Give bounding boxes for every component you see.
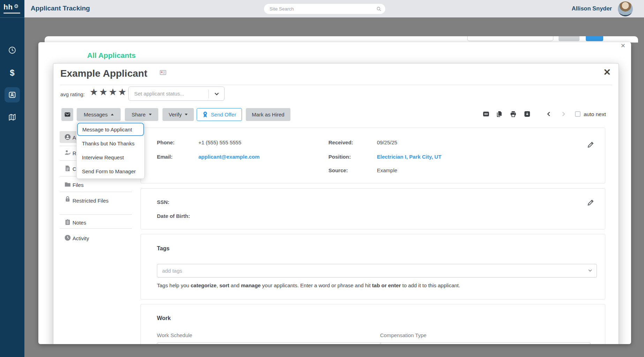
background-gray-button[interactable] — [559, 36, 579, 41]
compensation-type-input[interactable] — [380, 342, 591, 344]
avatar[interactable] — [618, 1, 633, 16]
contact-card-icon — [8, 91, 16, 99]
chevron-down-icon — [214, 92, 219, 96]
work-heading: Work — [157, 315, 171, 321]
tab-restricted-files-label: Restricted Files — [73, 197, 112, 204]
edit-contact-button[interactable] — [587, 140, 595, 148]
auto-next-label: auto next — [584, 111, 606, 117]
search-icon — [376, 6, 381, 12]
private-info-panel: SSN: Date of Birth: — [141, 188, 605, 229]
phone-value: +1 (555) 555 5555 — [198, 139, 241, 145]
messages-button[interactable]: Messages — [77, 108, 121, 121]
menu-item-thanks-but-no-thanks[interactable]: Thanks but No Thanks — [77, 136, 144, 150]
mark-as-hired-button[interactable]: Mark as Hired — [246, 108, 290, 121]
position-link[interactable]: Electrician I, Park City, UT — [377, 154, 441, 160]
envelope-icon — [64, 111, 71, 118]
position-label: Position: — [328, 154, 351, 160]
person-circle-icon — [64, 134, 71, 140]
dollar-icon: $ — [8, 69, 16, 77]
sidebar-item-map[interactable] — [8, 113, 16, 121]
app-sidebar: $ ⚙ — [0, 17, 24, 357]
id-card-icon[interactable] — [160, 70, 166, 75]
tags-input-wrap — [157, 264, 597, 278]
tab-notes-label: Notes — [73, 219, 112, 226]
clipboard-icon — [64, 219, 71, 226]
chevron-down-icon[interactable] — [588, 269, 592, 272]
background-window-top — [45, 36, 638, 43]
clock-icon — [8, 46, 16, 54]
share-button-label: Share — [131, 112, 145, 117]
previous-applicant-icon[interactable] — [546, 111, 552, 117]
next-applicant-icon[interactable] — [561, 111, 566, 117]
logo[interactable]: hh ⚙ — [0, 0, 24, 17]
contact-info-panel: Phone: +1 (555) 555 5555 Email: applican… — [141, 128, 605, 183]
applicant-modal-close-icon[interactable]: ✕ — [603, 67, 611, 78]
applicant-name-title: Example Applicant — [60, 68, 147, 79]
top-bar: hh ⚙ Applicant Tracking Allison Snyder — [0, 0, 644, 17]
app-title: Applicant Tracking — [31, 5, 90, 12]
folder-icon — [64, 181, 71, 188]
export-icon[interactable] — [524, 111, 531, 117]
avg-rating-label: avg rating: — [60, 91, 85, 97]
all-applicants-modal: All Applicants ✕ ✕ Example Applicant avg… — [38, 42, 631, 344]
menu-item-send-form-to-manager[interactable]: Send Form to Manager — [77, 164, 144, 178]
divider — [60, 192, 132, 192]
caret-down-icon — [185, 114, 188, 115]
send-offer-button-label: Send Offer — [211, 112, 236, 117]
caret-up-icon — [111, 114, 114, 115]
user-name: Allison Snyder — [571, 5, 612, 12]
work-panel: Work Work Schedule Compensation Type — [141, 304, 605, 344]
received-label: Received: — [328, 139, 353, 145]
send-offer-button[interactable]: Send Offer — [197, 108, 242, 121]
email-link[interactable]: applicant@example.com — [198, 154, 260, 160]
tags-panel: Tags Tags help you categorize, sort and … — [141, 234, 605, 299]
background-search-input[interactable] — [467, 36, 553, 41]
email-button[interactable] — [61, 108, 73, 121]
verify-button-label: Verify — [169, 112, 182, 117]
edit-private-info-button[interactable] — [587, 198, 595, 206]
divider — [60, 228, 132, 229]
pencil-icon — [587, 140, 595, 148]
menu-item-interview-request[interactable]: Interview Request — [77, 150, 144, 164]
logo-subtext — [3, 13, 20, 14]
messages-button-label: Messages — [84, 112, 107, 117]
tags-input[interactable] — [157, 264, 597, 278]
background-blue-button[interactable] — [586, 36, 603, 41]
print-icon[interactable] — [510, 111, 517, 117]
tab-files-label: Files — [73, 182, 112, 189]
sidebar-item-payroll[interactable]: $ — [8, 69, 16, 77]
lock-icon — [64, 196, 71, 203]
share-button[interactable]: Share — [125, 108, 158, 121]
divider — [60, 214, 132, 215]
logo-gear-icon: ⚙ — [14, 3, 18, 9]
verify-button[interactable]: Verify — [162, 108, 194, 121]
sidebar-item-time[interactable] — [8, 46, 16, 54]
divider — [209, 90, 209, 98]
copy-icon[interactable] — [496, 111, 503, 117]
ssn-label: SSN: — [157, 199, 169, 205]
history-clock-icon — [64, 234, 71, 241]
all-applicants-heading: All Applicants — [87, 51, 136, 60]
pencil-icon — [587, 198, 595, 206]
auto-next-checkbox[interactable] — [575, 111, 581, 117]
work-schedule-input[interactable] — [157, 342, 398, 344]
menu-item-message-to-applicant[interactable]: Message to Applicant — [77, 123, 144, 136]
applicant-modal: ✕ Example Applicant avg rating: ★★★★★ Se… — [53, 63, 619, 344]
applicant-status-select[interactable]: Set applicant status... — [128, 86, 225, 101]
caret-down-icon — [149, 114, 152, 115]
all-applicants-close-icon[interactable]: ✕ — [621, 42, 626, 50]
transfer-icon[interactable] — [483, 111, 490, 117]
mark-as-hired-button-label: Mark as Hired — [252, 112, 284, 117]
tags-help-text: Tags help you categorize, sort and manag… — [157, 282, 460, 288]
received-value: 09/25/25 — [377, 139, 397, 145]
site-search-input[interactable] — [264, 4, 385, 14]
map-icon — [8, 113, 16, 121]
sidebar-item-applicants[interactable] — [5, 87, 20, 102]
logo-text: hh — [3, 3, 13, 11]
medal-icon — [203, 111, 208, 118]
tab-activity-label: Activity — [73, 235, 112, 242]
divider — [60, 85, 612, 85]
phone-label: Phone: — [157, 139, 175, 145]
person-check-icon — [64, 149, 71, 156]
messages-menu: Message to Applicant Thanks but No Thank… — [76, 122, 145, 179]
